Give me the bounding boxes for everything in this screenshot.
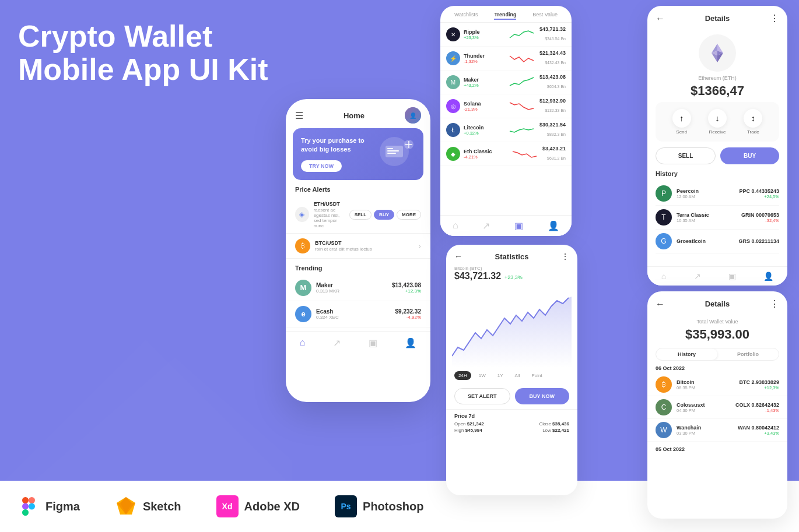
alert-item-btc: ₿ BTC/USDT roin et erat elit metus lectu…: [286, 234, 430, 259]
thunder-name: Thunder: [464, 53, 504, 59]
tx-colossusxt: C Colossusxt 04:30 PM COLX 0.82642432 -1…: [647, 396, 787, 419]
history-title: History: [656, 170, 779, 177]
date-oct-6: 06 Oct 2022: [647, 361, 787, 374]
figma-icon: [17, 495, 40, 517]
svg-rect-15: [387, 153, 396, 154]
solana-chart: [509, 99, 535, 113]
nav-stats-icon[interactable]: ↗: [333, 337, 341, 348]
details-title: Details: [705, 14, 730, 23]
tx-wanchain: W Wanchain 03:30 PM WAN 0.80042412 +3,43…: [647, 419, 787, 442]
buy-large-button[interactable]: BUY: [720, 147, 779, 164]
details-more-button[interactable]: ⋮: [770, 13, 779, 24]
xd-icon: Xd: [216, 495, 239, 517]
tab-watchlists[interactable]: Watchlists: [454, 10, 478, 20]
terra-name: Terra Classic: [677, 212, 709, 218]
maker-sub: 0.313 MKR: [316, 288, 339, 294]
details-bottom-panel: ← Details ⋮ Total Wallet Value $35,993.0…: [647, 291, 787, 519]
tab-trending[interactable]: Trending: [494, 10, 516, 20]
details-nav-wallet[interactable]: ▣: [728, 272, 736, 281]
title-line1: Crypto Wallet: [18, 20, 268, 53]
stats-action-row: SET ALERT BUY NOW: [446, 383, 577, 409]
phone-bottom-nav: ⌂ ↗ ▣ 👤: [286, 331, 430, 353]
more-button-eth[interactable]: MORE: [397, 210, 421, 220]
maker-change: +12,3%: [392, 288, 421, 294]
price-alerts-title: Price Alerts: [286, 180, 430, 196]
details-bottom-more[interactable]: ⋮: [770, 298, 779, 309]
thunder-price: $21,324.43: [539, 50, 566, 56]
details-nav-home[interactable]: ⌂: [661, 272, 666, 281]
receive-icon: ↓: [708, 109, 727, 128]
maker-market-price: $13,423.08: [539, 74, 566, 80]
buy-now-button[interactable]: BUY NOW: [515, 388, 570, 404]
send-button[interactable]: ↑ Send: [672, 109, 691, 135]
history-tab[interactable]: History: [656, 348, 717, 360]
hamburger-icon[interactable]: ☰: [295, 110, 303, 121]
nav-profile-icon[interactable]: 👤: [405, 337, 416, 348]
market-nav-stats[interactable]: ↗: [482, 220, 490, 231]
grs-name: Groestlcoin: [677, 238, 706, 244]
ripple-sub: $345.54 Bn: [545, 37, 566, 41]
market-row-maker: M Maker +43,2% $13,423.08 $654.3 Bn: [440, 71, 572, 94]
try-now-button[interactable]: TRY NOW: [301, 160, 342, 172]
title-line2: Mobile App UI Kit: [18, 53, 268, 86]
history-section: History P Peercoin 12:00 AM PPC 0.443352…: [647, 170, 787, 253]
details-back-button[interactable]: ←: [656, 13, 665, 24]
market-nav-wallet[interactable]: ▣: [514, 220, 523, 231]
user-avatar[interactable]: 👤: [405, 107, 421, 124]
sell-large-button[interactable]: SELL: [656, 147, 716, 164]
stats-info: Bitcoin (BTC) $43,721.32 +23,3%: [446, 263, 577, 286]
market-row-thunder: ⚡ Thunder -1,32% $21,324.43 $432.43 Bn: [440, 47, 572, 71]
time-tab-point[interactable]: Point: [527, 371, 546, 380]
btc-alert-icon: ₿: [295, 238, 310, 253]
details-nav-profile[interactable]: 👤: [763, 272, 773, 281]
trending-item-maker: M Maker 0.313 MKR $13,423.08 +12,3%: [286, 275, 430, 301]
maker-market-sub: $654.3 Bn: [547, 84, 566, 89]
buy-button-eth[interactable]: BUY: [374, 210, 394, 220]
svg-rect-3: [29, 497, 35, 503]
set-alert-button[interactable]: SET ALERT: [454, 388, 510, 404]
send-icon: ↑: [672, 109, 691, 128]
market-nav-home[interactable]: ⌂: [453, 220, 458, 231]
tool-ps: Ps Photoshop: [335, 495, 423, 517]
time-tab-1y[interactable]: 1Y: [493, 371, 507, 380]
ps-label: Photoshop: [363, 500, 423, 513]
nav-wallet-icon[interactable]: ▣: [369, 337, 377, 348]
details-bottom-back[interactable]: ←: [656, 299, 665, 309]
trending-title: Trending: [286, 259, 430, 275]
trade-button[interactable]: ↕ Trade: [744, 109, 762, 135]
tool-figma: Figma: [17, 495, 80, 517]
stats-more-button[interactable]: ⋮: [561, 252, 569, 261]
terra-code: GRIN 00070653: [741, 212, 779, 218]
solana-price: $12,932.90: [539, 98, 566, 104]
phone-main: ☰ Home 👤 Try your purchase to avoid big …: [286, 99, 430, 402]
time-tab-24h[interactable]: 24H: [454, 371, 471, 380]
wanchain-tx-name: Wanchain: [677, 425, 738, 431]
ripple-name: Ripple: [464, 29, 504, 35]
wanchain-tx-change: +3,43%: [738, 431, 779, 436]
market-row-litecoin: Ł Litecoin +0,32% $30,321.54 $832.3 Bn: [440, 118, 572, 142]
tx-bitcoin: ₿ Bitcoin 08:35 PM BTC 2.93833829 +12,3%: [647, 374, 787, 396]
details-nav-stats[interactable]: ↗: [694, 272, 701, 281]
receive-button[interactable]: ↓ Receive: [708, 109, 727, 135]
nav-home-icon[interactable]: ⌂: [300, 337, 306, 348]
svg-point-6: [29, 503, 35, 510]
time-tab-all[interactable]: All: [510, 371, 524, 380]
eth-alert-icon: ◈: [295, 207, 309, 222]
tab-best-value[interactable]: Best Value: [532, 10, 558, 20]
stats-back-button[interactable]: ←: [454, 252, 462, 261]
price7d-title: Price 7d: [454, 413, 569, 419]
alert-pair-btc: BTC/USDT: [315, 240, 413, 246]
statistics-panel: ← Statistics ⋮ Bitcoin (BTC) $43,721.32 …: [446, 245, 577, 495]
time-tab-1w[interactable]: 1W: [475, 371, 490, 380]
tool-xd: Xd Adobe XD: [216, 495, 300, 517]
maker-price: $13,423.08: [392, 282, 421, 288]
portfolio-tab[interactable]: Portfolio: [717, 348, 779, 360]
market-row-eth-classic: ◆ Eth Classic -4,21% $3,423.21 $631.2 Bn: [440, 142, 572, 166]
stats-change: +23,3%: [504, 274, 523, 280]
eth-classic-chart: [511, 147, 538, 161]
eth-price: $1366,47: [691, 83, 744, 98]
market-panel: Watchlists Trending Best Value ✕ Ripple …: [440, 6, 572, 236]
sell-button-eth[interactable]: SELL: [349, 210, 372, 220]
bitcoin-tx-time: 08:35 PM: [677, 385, 739, 390]
market-nav-profile[interactable]: 👤: [548, 220, 559, 231]
